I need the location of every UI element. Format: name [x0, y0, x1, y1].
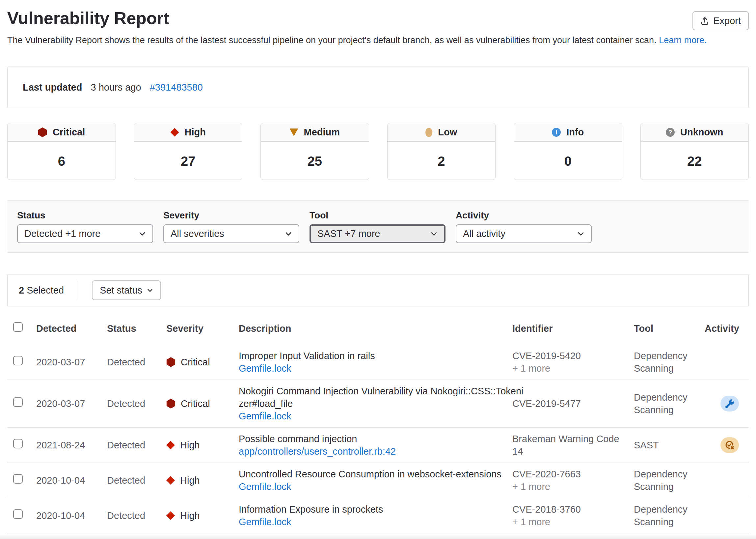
identifier-value: CVE-2018-3760: [512, 503, 624, 516]
severity-high-icon: [166, 476, 175, 485]
severity-high-icon: [171, 128, 179, 137]
severity-count: 25: [308, 154, 322, 169]
vulnerability-location-link[interactable]: Gemfile.lock: [239, 516, 291, 527]
status-value: Detected: [107, 509, 166, 522]
severity-value: Critical: [181, 356, 210, 368]
column-header-severity[interactable]: Severity: [166, 322, 239, 335]
vulnerability-location-link[interactable]: Gemfile.lock: [239, 481, 291, 492]
vulnerability-title[interactable]: Uncontrolled Resource Consumption in web…: [239, 468, 527, 480]
filter-label-status: Status: [17, 210, 153, 220]
severity-medium-icon: [289, 128, 298, 136]
table-row: 2021-08-24 Detected High Possible comman…: [7, 427, 749, 463]
filter-dropdown-activity[interactable]: All activity: [456, 224, 592, 243]
filter-dropdown-severity[interactable]: All severities: [163, 224, 299, 243]
severity-card[interactable]: Medium 25: [260, 123, 369, 180]
severity-card[interactable]: Info 0: [514, 123, 622, 180]
severity-count: 0: [564, 154, 572, 169]
tool-value: SAST: [634, 439, 705, 451]
identifier-more: + 1 more: [512, 516, 624, 528]
filter-dropdown-tool[interactable]: SAST +7 more: [309, 224, 446, 243]
identifier-value: CVE-2019-5477: [512, 397, 624, 410]
detected-date: 2020-10-04: [36, 474, 107, 487]
chevron-down-icon: [577, 230, 584, 238]
last-updated-time: 3 hours ago: [91, 82, 141, 93]
table-row: 2020-10-04 Detected High Uncontrolled Re…: [7, 463, 749, 498]
row-checkbox[interactable]: [13, 474, 23, 484]
table-header: Detected Status Severity Description Ide…: [7, 313, 749, 345]
severity-value: Critical: [181, 397, 210, 410]
learn-more-link[interactable]: Learn more.: [659, 35, 707, 45]
vulnerabilities-table: Detected Status Severity Description Ide…: [7, 313, 749, 533]
severity-card[interactable]: High 27: [134, 123, 243, 180]
detected-date: 2020-03-07: [36, 356, 107, 368]
severity-critical-icon: [166, 399, 175, 409]
severity-count: 22: [687, 154, 702, 169]
last-updated-panel: Last updated 3 hours ago #391483580: [7, 67, 749, 108]
row-checkbox[interactable]: [13, 439, 23, 448]
severity-low-icon: [425, 128, 432, 137]
column-header-description[interactable]: Description: [239, 322, 512, 335]
tool-value: Dependency Scanning: [634, 468, 705, 493]
table-row: 2020-03-07 Detected Critical Nokogiri Co…: [7, 380, 749, 427]
vulnerability-location-link[interactable]: Gemfile.lock: [239, 411, 291, 422]
filter-dropdown-status[interactable]: Detected +1 more: [17, 224, 153, 243]
filter-group: Activity All activity: [456, 210, 592, 243]
identifier-value: CVE-2019-5420: [512, 349, 624, 362]
row-checkbox[interactable]: [13, 397, 23, 407]
column-header-tool[interactable]: Tool: [634, 322, 705, 335]
upload-icon: [700, 17, 709, 25]
divider: [77, 281, 77, 300]
severity-summary: Critical 6 High 27 Medium 25 Low 2 Info …: [7, 123, 749, 180]
filter-group: Tool SAST +7 more: [309, 210, 446, 243]
tool-value: Dependency Scanning: [634, 349, 705, 375]
identifier-value: CVE-2020-7663: [512, 468, 624, 480]
filter-label-severity: Severity: [163, 210, 299, 220]
tool-value: Dependency Scanning: [634, 391, 705, 416]
page-title: Vulnerability Report: [7, 9, 749, 27]
vulnerability-report-page: Vulnerability Report Export The Vulnerab…: [0, 9, 756, 533]
status-value: Detected: [107, 474, 166, 487]
severity-card[interactable]: Critical 6: [7, 123, 116, 180]
column-header-detected[interactable]: Detected: [36, 322, 107, 335]
vulnerability-title[interactable]: Information Exposure in sprockets: [239, 503, 527, 516]
column-header-status[interactable]: Status: [107, 322, 166, 335]
page-header: Vulnerability Report Export: [7, 9, 749, 27]
vulnerability-title[interactable]: Nokogiri Command Injection Vulnerability…: [239, 385, 527, 410]
column-header-activity[interactable]: Activity: [705, 322, 749, 335]
severity-count: 6: [58, 154, 65, 169]
table-row: 2020-03-07 Detected Critical Improper In…: [7, 345, 749, 380]
severity-unknown-icon: [666, 128, 675, 137]
chevron-down-icon: [147, 287, 153, 293]
severity-count: 2: [438, 154, 445, 169]
export-button[interactable]: Export: [692, 11, 749, 30]
severity-card[interactable]: Unknown 22: [641, 123, 749, 180]
severity-card[interactable]: Low 2: [387, 123, 496, 180]
table-row: 2020-10-04 Detected High Information Exp…: [7, 498, 749, 533]
page-description: The Vulnerability Report shows the resul…: [7, 34, 749, 46]
status-value: Detected: [107, 439, 166, 451]
severity-critical-icon: [38, 127, 47, 137]
severity-value: High: [180, 509, 200, 522]
chevron-down-icon: [139, 230, 146, 238]
row-checkbox[interactable]: [13, 356, 23, 365]
row-checkbox[interactable]: [13, 509, 23, 519]
vulnerability-title[interactable]: Improper Input Validation in rails: [239, 349, 527, 362]
last-updated-label: Last updated: [23, 82, 82, 93]
filter-label-activity: Activity: [456, 210, 592, 220]
tool-value: Dependency Scanning: [634, 503, 705, 528]
filters-bar: Status Detected +1 more Severity All sev…: [7, 200, 749, 253]
identifier-more: + 1 more: [512, 362, 624, 375]
vulnerability-location-link[interactable]: Gemfile.lock: [239, 363, 291, 374]
column-header-identifier[interactable]: Identifier: [512, 322, 634, 335]
vulnerability-title[interactable]: Possible command injection: [239, 432, 527, 445]
severity-high-icon: [166, 441, 175, 449]
severity-value: High: [180, 474, 200, 487]
detected-date: 2020-10-04: [36, 509, 107, 522]
bottom-fade: [0, 534, 756, 539]
set-status-button[interactable]: Set status: [92, 280, 161, 300]
detected-date: 2021-08-24: [36, 439, 107, 451]
vulnerability-location-link[interactable]: app/controllers/users_controller.rb:42: [239, 446, 396, 457]
identifier-more: + 1 more: [512, 480, 624, 493]
select-all-checkbox[interactable]: [13, 322, 23, 332]
pipeline-link[interactable]: #391483580: [150, 82, 203, 93]
